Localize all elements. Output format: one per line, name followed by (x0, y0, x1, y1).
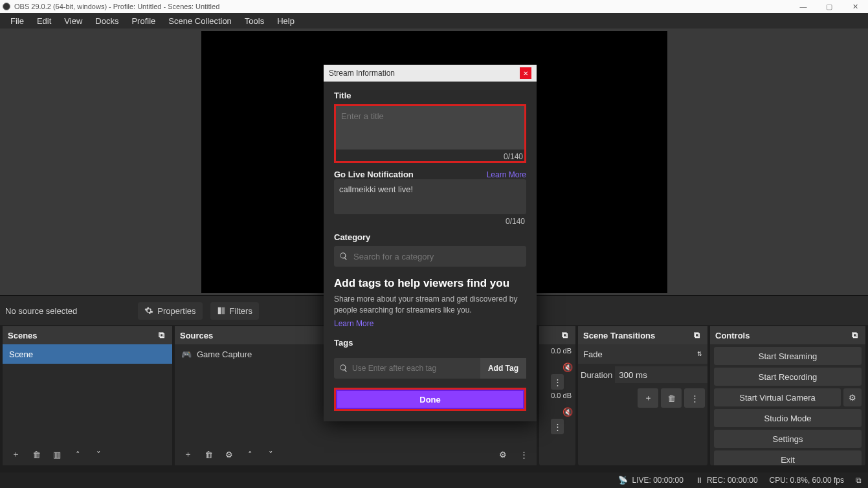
transition-select[interactable]: Fade ⇅ (578, 344, 707, 364)
tags-subtext: Share more about your stream and get dis… (334, 294, 526, 329)
popout-icon[interactable]: ⧉ (849, 329, 860, 341)
duration-label: Duration (581, 370, 612, 380)
stream-info-dialog: Stream Information ✕ Title 0/140 Go Live… (324, 65, 537, 421)
tags-label: Tags (334, 338, 526, 348)
scenes-dock: Scenes ⧉ Scene ＋ 🗑 ▥ ˄ ˅ (3, 326, 172, 465)
mute-icon[interactable]: 🔇 (562, 362, 573, 372)
duration-input[interactable] (615, 366, 707, 383)
transitions-title: Scene Transitions (583, 331, 655, 340)
broadcast-icon: 📡 (618, 476, 628, 485)
filters-button[interactable]: Filters (210, 302, 259, 320)
dialog-titlebar[interactable]: Stream Information ✕ (324, 65, 537, 82)
audio-mixer-dock: ⧉ 0.0 dB 🔇 ⋮ 0.0 dB 🔇 ⋮ (539, 326, 575, 465)
audio-db-2: 0.0 dB (539, 392, 575, 399)
notif-input[interactable]: callmeikki went live! (334, 179, 526, 214)
source-up-button[interactable]: ˄ (241, 445, 259, 463)
properties-button[interactable]: Properties (138, 302, 202, 320)
learn-more-link[interactable]: Learn More (487, 170, 526, 179)
done-highlight: Done (334, 388, 526, 411)
scene-item[interactable]: Scene (3, 344, 172, 364)
remove-transition-button[interactable]: 🗑 (661, 388, 682, 408)
title-field-highlight: 0/140 (334, 104, 526, 163)
scene-up-button[interactable]: ˄ (69, 445, 87, 463)
dialog-title-text: Stream Information (329, 69, 395, 78)
obs-logo-icon (3, 3, 10, 10)
svg-rect-1 (221, 307, 225, 315)
add-tag-button[interactable]: Add Tag (480, 358, 526, 379)
title-input[interactable] (341, 111, 519, 142)
mute-icon[interactable]: 🔇 (562, 407, 573, 417)
scene-down-button[interactable]: ˅ (89, 445, 107, 463)
exit-button[interactable]: Exit (714, 450, 862, 465)
remove-source-button[interactable]: 🗑 (199, 445, 217, 463)
audio-db-1: 0.0 dB (539, 347, 575, 355)
menu-view[interactable]: View (58, 14, 89, 28)
menu-tools[interactable]: Tools (238, 14, 271, 28)
category-search[interactable] (334, 246, 526, 267)
menu-docks[interactable]: Docks (89, 14, 125, 28)
menu-file[interactable]: File (4, 14, 30, 28)
menu-bar: File Edit View Docks Profile Scene Colle… (0, 13, 868, 28)
gear-icon (144, 306, 153, 315)
dock-layout-icon[interactable]: ⧉ (856, 476, 862, 485)
category-input[interactable] (353, 252, 521, 261)
title-label: Title (334, 91, 526, 100)
close-button[interactable]: ✕ (842, 3, 868, 11)
search-icon (339, 252, 348, 261)
svg-rect-0 (217, 307, 221, 315)
status-bar: 📡LIVE: 00:00:00 ⏸REC: 00:00:00 CPU: 0.8%… (0, 472, 868, 488)
menu-help[interactable]: Help (271, 14, 301, 28)
popout-icon[interactable]: ⧉ (691, 329, 702, 341)
source-down-button[interactable]: ˅ (262, 445, 280, 463)
tags-heading: Add tags to help viewers find you (334, 277, 526, 290)
transitions-dock: Scene Transitions ⧉ Fade ⇅ Duration ▴▾ ＋… (578, 326, 707, 465)
minimize-button[interactable]: — (790, 3, 816, 11)
scene-filter-button[interactable]: ▥ (48, 445, 66, 463)
settings-button[interactable]: Settings (714, 430, 862, 448)
popout-icon[interactable]: ⧉ (155, 329, 167, 341)
notif-label: Go Live Notification (334, 170, 414, 179)
no-source-label: No source selected (5, 306, 77, 316)
dialog-close-button[interactable]: ✕ (520, 67, 531, 79)
window-title: OBS 29.0.2 (64-bit, windows) - Profile: … (14, 3, 219, 10)
maximize-button[interactable]: ▢ (816, 3, 842, 11)
menu-edit[interactable]: Edit (30, 14, 58, 28)
source-settings-button[interactable]: ⚙ (220, 445, 238, 463)
popout-icon[interactable]: ⧉ (559, 329, 570, 341)
menu-scene-collection[interactable]: Scene Collection (162, 14, 238, 28)
controls-dock: Controls ⧉ Start Streaming Start Recordi… (710, 326, 865, 465)
source-gear-button[interactable]: ⚙ (494, 445, 512, 463)
start-streaming-button[interactable]: Start Streaming (714, 347, 862, 365)
leaf-icon: ⏸ (695, 476, 703, 485)
tags-input-wrap[interactable] (334, 358, 480, 379)
add-source-button[interactable]: ＋ (179, 445, 197, 463)
rec-status: REC: 00:00:00 (707, 476, 758, 485)
chevron-updown-icon: ⇅ (697, 351, 702, 357)
source-menu-button[interactable]: ⋮ (515, 445, 533, 463)
add-transition-button[interactable]: ＋ (638, 388, 658, 408)
tags-input[interactable] (352, 364, 475, 373)
transition-menu-button[interactable]: ⋮ (684, 388, 705, 408)
menu-profile[interactable]: Profile (125, 14, 162, 28)
search-icon (339, 364, 348, 373)
audio-menu-button[interactable]: ⋮ (551, 419, 564, 434)
controls-title: Controls (715, 331, 750, 340)
window-titlebar: OBS 29.0.2 (64-bit, windows) - Profile: … (0, 0, 868, 13)
studio-mode-button[interactable]: Studio Mode (714, 409, 862, 427)
filters-icon (217, 306, 226, 315)
audio-menu-button[interactable]: ⋮ (551, 374, 564, 390)
scenes-title: Scenes (8, 331, 38, 340)
cpu-status: CPU: 0.8%, 60.00 fps (770, 476, 844, 485)
notif-count: 0/140 (334, 214, 526, 226)
tags-learn-more-link[interactable]: Learn More (334, 318, 526, 329)
done-button[interactable]: Done (336, 390, 524, 409)
live-status: LIVE: 00:00:00 (632, 476, 683, 485)
virtual-camera-settings-button[interactable]: ⚙ (843, 388, 862, 406)
gamepad-icon: 🎮 (181, 349, 192, 359)
remove-scene-button[interactable]: 🗑 (27, 445, 45, 463)
start-recording-button[interactable]: Start Recording (714, 368, 862, 386)
title-count: 0/140 (336, 150, 524, 161)
category-label: Category (334, 232, 526, 242)
start-virtual-camera-button[interactable]: Start Virtual Camera (714, 388, 841, 406)
add-scene-button[interactable]: ＋ (6, 445, 25, 463)
